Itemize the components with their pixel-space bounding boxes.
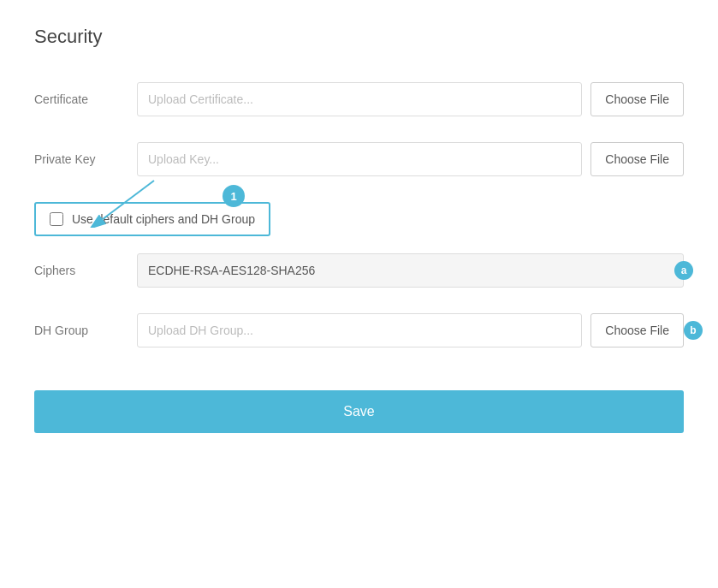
checkbox-section: 1 Use default ciphers and DH Group bbox=[34, 202, 684, 236]
certificate-choose-file-button[interactable]: Choose File bbox=[590, 82, 684, 116]
badge-1: 1 bbox=[223, 185, 245, 207]
badge-b: b bbox=[684, 321, 703, 340]
dh-group-input[interactable] bbox=[137, 313, 582, 347]
dh-group-choose-file-button[interactable]: Choose File bbox=[590, 313, 684, 347]
save-button[interactable]: Save bbox=[34, 390, 684, 433]
dh-container: Choose File b bbox=[137, 313, 684, 347]
private-key-choose-file-button[interactable]: Choose File bbox=[590, 142, 684, 176]
dh-group-label: DH Group bbox=[34, 324, 137, 337]
ciphers-label: Ciphers bbox=[34, 264, 137, 277]
private-key-row: Private Key Choose File bbox=[34, 142, 684, 176]
certificate-label: Certificate bbox=[34, 92, 137, 106]
badge-a: a bbox=[674, 261, 693, 280]
arrow-annotation bbox=[86, 176, 188, 228]
page-container: Security Certificate Choose File Private… bbox=[0, 0, 718, 459]
page-title: Security bbox=[34, 26, 684, 48]
private-key-label: Private Key bbox=[34, 152, 137, 166]
certificate-input[interactable] bbox=[137, 82, 582, 116]
ciphers-input[interactable] bbox=[137, 253, 684, 288]
default-ciphers-checkbox[interactable] bbox=[50, 212, 63, 226]
private-key-input[interactable] bbox=[137, 142, 582, 176]
dh-group-row: DH Group Choose File b bbox=[34, 313, 684, 347]
certificate-row: Certificate Choose File bbox=[34, 82, 684, 116]
ciphers-row: Ciphers a bbox=[34, 253, 684, 288]
ciphers-container: a bbox=[137, 253, 684, 288]
svg-line-1 bbox=[103, 181, 154, 219]
